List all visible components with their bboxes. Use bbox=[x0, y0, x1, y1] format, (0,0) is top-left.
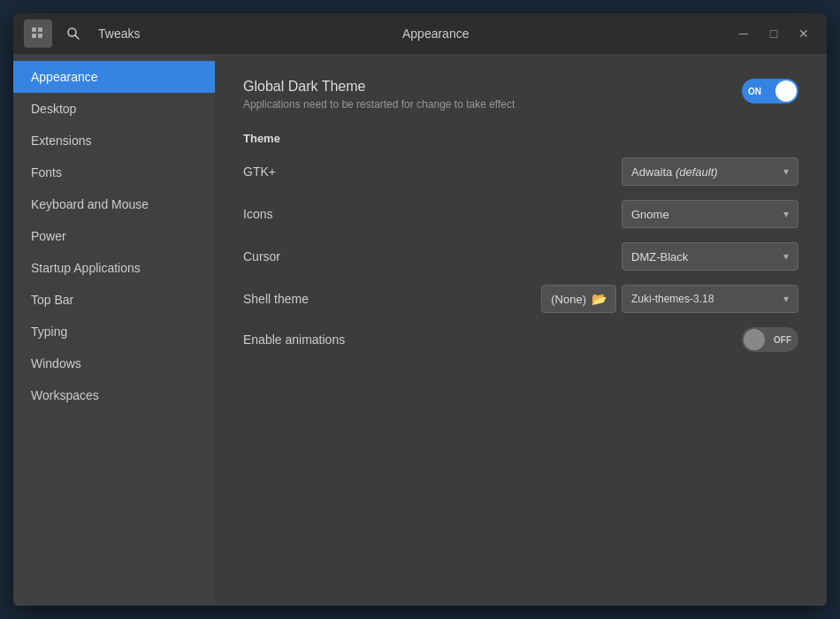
toggle-off-label: OFF bbox=[774, 335, 791, 345]
cursor-value: DMZ-Black bbox=[631, 250, 688, 264]
global-dark-theme-subtitle: Applications need to be restarted for ch… bbox=[243, 98, 731, 111]
icons-value: Gnome bbox=[631, 208, 669, 221]
tweaks-window: Tweaks Appearance ─ □ ✕ Appearance Deskt… bbox=[13, 13, 827, 606]
titlebar-controls: ─ □ ✕ bbox=[731, 21, 816, 46]
sidebar-item-desktop[interactable]: Desktop bbox=[13, 93, 215, 125]
shell-theme-row: Shell theme (None) 📂 Zuki-themes-3.18 ▾ bbox=[243, 285, 798, 313]
content-area: Global Dark Theme Applications need to b… bbox=[215, 54, 827, 606]
app-name: Tweaks bbox=[98, 27, 140, 41]
sidebar-item-fonts[interactable]: Fonts bbox=[13, 157, 215, 188]
icons-dropdown-arrow: ▾ bbox=[783, 208, 789, 220]
icons-dropdown[interactable]: Gnome ▾ bbox=[622, 200, 798, 228]
tweaks-icon-button[interactable] bbox=[24, 19, 52, 48]
global-dark-theme-info: Global Dark Theme Applications need to b… bbox=[243, 79, 731, 111]
close-button[interactable]: ✕ bbox=[791, 21, 816, 46]
svg-rect-1 bbox=[38, 27, 42, 32]
sidebar: Appearance Desktop Extensions Fonts Keyb… bbox=[13, 54, 215, 606]
titlebar-left: Tweaks bbox=[24, 19, 140, 48]
sidebar-item-windows[interactable]: Windows bbox=[13, 348, 215, 379]
shell-theme-dropdown-arrow: ▾ bbox=[783, 293, 789, 305]
titlebar: Tweaks Appearance ─ □ ✕ bbox=[13, 13, 827, 54]
gtk-dropdown[interactable]: Adwaita (default) ▾ bbox=[622, 157, 798, 186]
sidebar-item-workspaces[interactable]: Workspaces bbox=[13, 379, 215, 411]
svg-rect-2 bbox=[32, 34, 36, 38]
gtk-label: GTK+ bbox=[243, 164, 622, 179]
icons-label: Icons bbox=[243, 207, 622, 221]
minimize-button[interactable]: ─ bbox=[731, 21, 756, 46]
shell-theme-dropdown[interactable]: Zuki-themes-3.18 ▾ bbox=[622, 285, 798, 313]
sidebar-item-appearance[interactable]: Appearance bbox=[13, 61, 215, 93]
cursor-label: Cursor bbox=[243, 249, 622, 264]
shell-theme-value: Zuki-themes-3.18 bbox=[631, 293, 714, 305]
maximize-button[interactable]: □ bbox=[761, 21, 786, 46]
global-dark-theme-label: Global Dark Theme bbox=[243, 79, 731, 95]
shell-none-label: (None) bbox=[551, 293, 586, 306]
global-dark-theme-toggle[interactable]: ON bbox=[742, 79, 798, 103]
cursor-setting-row: Cursor DMZ-Black ▾ bbox=[243, 242, 798, 271]
sidebar-item-power[interactable]: Power bbox=[13, 220, 215, 252]
gtk-value: Adwaita (default) bbox=[631, 165, 718, 179]
icons-setting-row: Icons Gnome ▾ bbox=[243, 200, 798, 228]
sidebar-item-typing[interactable]: Typing bbox=[13, 316, 215, 348]
search-button[interactable] bbox=[59, 19, 88, 48]
toggle-on-label: ON bbox=[748, 87, 761, 96]
folder-icon: 📂 bbox=[592, 292, 607, 306]
svg-line-5 bbox=[75, 35, 79, 39]
svg-rect-3 bbox=[38, 34, 42, 38]
shell-none-button[interactable]: (None) 📂 bbox=[541, 285, 616, 313]
sidebar-item-top-bar[interactable]: Top Bar bbox=[13, 284, 215, 316]
cursor-dropdown-arrow: ▾ bbox=[783, 250, 789, 263]
svg-rect-0 bbox=[32, 27, 36, 32]
enable-animations-row: Enable animations OFF bbox=[243, 327, 798, 352]
shell-theme-label: Shell theme bbox=[243, 292, 541, 306]
window-body: Appearance Desktop Extensions Fonts Keyb… bbox=[13, 54, 827, 606]
toggle-knob bbox=[775, 80, 797, 102]
gtk-setting-row: GTK+ Adwaita (default) ▾ bbox=[243, 157, 798, 186]
cursor-dropdown[interactable]: DMZ-Black ▾ bbox=[622, 242, 798, 271]
sidebar-item-startup-applications[interactable]: Startup Applications bbox=[13, 252, 215, 284]
sidebar-item-keyboard-mouse[interactable]: Keyboard and Mouse bbox=[13, 188, 215, 220]
enable-animations-toggle[interactable]: OFF bbox=[742, 327, 798, 352]
global-dark-theme-row: Global Dark Theme Applications need to b… bbox=[243, 79, 798, 111]
theme-group-label: Theme bbox=[243, 132, 798, 145]
shell-theme-controls: (None) 📂 Zuki-themes-3.18 ▾ bbox=[541, 285, 798, 313]
window-title: Appearance bbox=[402, 27, 470, 41]
toggle-knob-off bbox=[744, 329, 765, 350]
titlebar-center: Appearance bbox=[140, 27, 731, 41]
enable-animations-label: Enable animations bbox=[243, 332, 742, 347]
gtk-dropdown-arrow: ▾ bbox=[783, 165, 789, 178]
sidebar-item-extensions[interactable]: Extensions bbox=[13, 125, 215, 157]
